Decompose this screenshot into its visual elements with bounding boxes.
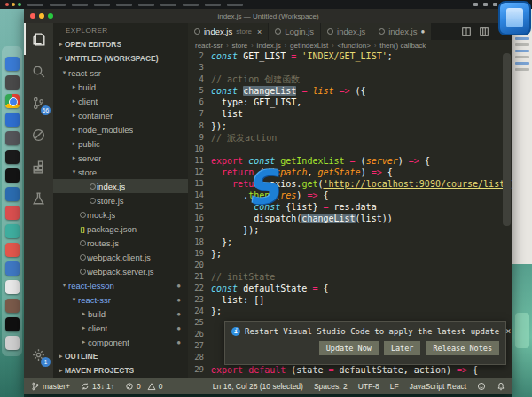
tree-item-server[interactable]: ▸server bbox=[53, 151, 188, 165]
test-beaker-icon[interactable] bbox=[24, 183, 53, 214]
titlebar[interactable]: index.js — Untitled (Workspace) bbox=[24, 9, 512, 23]
menubar-item[interactable] bbox=[27, 4, 43, 6]
breadcrumb-item[interactable]: react-ssr bbox=[195, 42, 223, 50]
menubar-item[interactable] bbox=[94, 4, 110, 6]
split-editor-icon[interactable] bbox=[461, 27, 472, 37]
dock-app-flame[interactable] bbox=[5, 243, 20, 257]
section-maven-projects[interactable]: ▸MAVEN PROJECTS bbox=[53, 363, 188, 378]
breadcrumb-item[interactable]: then() callback bbox=[379, 42, 426, 50]
tree-item-react-lesson[interactable]: ▾react-lesson● bbox=[53, 278, 188, 292]
menubar-item[interactable] bbox=[183, 4, 199, 6]
tree-item-index-js[interactable]: index.js bbox=[53, 179, 188, 193]
dock-app-misc[interactable] bbox=[5, 299, 20, 313]
problems-indicator[interactable]: 0 0 bbox=[125, 382, 162, 391]
breadcrumb-item[interactable]: <function> bbox=[338, 42, 371, 50]
tab-label: index.js bbox=[337, 27, 365, 36]
dock-app-cloud[interactable] bbox=[5, 224, 20, 238]
tab-login-js[interactable]: Login.js bbox=[269, 23, 321, 40]
tree-item-store[interactable]: ▾store bbox=[53, 165, 188, 179]
later-button[interactable]: Later bbox=[384, 341, 421, 355]
feedback-smiley-icon[interactable] bbox=[477, 382, 486, 391]
tree-item-node-modules[interactable]: ▸node_modules bbox=[53, 122, 188, 136]
menubar-item[interactable] bbox=[50, 4, 66, 6]
search-icon[interactable] bbox=[24, 55, 53, 87]
release-notes-button[interactable]: Release Notes bbox=[426, 341, 499, 355]
tree-item-component[interactable]: ▸component● bbox=[53, 335, 188, 349]
tree-item-webpack-server-js[interactable]: webpack.server.js bbox=[53, 264, 188, 278]
menubar-item[interactable] bbox=[205, 4, 221, 6]
settings-gear-icon[interactable]: 1 bbox=[24, 339, 53, 370]
tree-item-client[interactable]: ▸client● bbox=[53, 321, 188, 335]
dock-app-media[interactable] bbox=[5, 206, 20, 220]
tree-item-webpack-client-js[interactable]: webpack.client.js bbox=[53, 250, 188, 264]
dock-app-terminal[interactable] bbox=[5, 150, 20, 164]
dock-app-tool[interactable] bbox=[5, 261, 20, 276]
layout-icon[interactable] bbox=[479, 27, 489, 37]
explorer-icon[interactable] bbox=[24, 23, 53, 55]
dock-app-terminal-2[interactable] bbox=[5, 168, 20, 183]
dock-app-term-wide[interactable] bbox=[5, 317, 20, 331]
breadcrumb-item[interactable]: index.js bbox=[257, 42, 281, 50]
tab-index-js[interactable]: index.js bbox=[321, 23, 372, 40]
vscode-window: index.js — Untitled (Workspace) 66 bbox=[24, 9, 512, 394]
tree-item-build[interactable]: ▸build bbox=[53, 80, 188, 94]
notifications-bell-icon[interactable] bbox=[497, 382, 505, 391]
code-editor[interactable]: 2const GET_LIST = 'INDEX/GET_LIST';34// … bbox=[188, 51, 512, 378]
git-sync-indicator[interactable]: 13↓ 1↑ bbox=[81, 382, 114, 391]
tree-item-build[interactable]: ▸build● bbox=[53, 307, 188, 321]
menubar-item[interactable] bbox=[227, 4, 243, 6]
code-line: 16 dispatch(changeList(list)) bbox=[188, 213, 512, 224]
section-outline[interactable]: ▸OUTLINE bbox=[53, 349, 188, 363]
tree-item-react-ssr[interactable]: ▾react-ssr bbox=[53, 66, 188, 80]
floating-blue-app-icon[interactable] bbox=[498, 1, 531, 35]
menubar-status-dot-yellow bbox=[12, 3, 15, 6]
tree-item-react-ssr[interactable]: ▾react-ssr● bbox=[53, 292, 188, 307]
update-now-button[interactable]: Update Now bbox=[319, 341, 379, 355]
breadcrumb-item[interactable]: getIndexList bbox=[290, 42, 328, 50]
line-number: 29 bbox=[188, 364, 211, 376]
tree-item-public[interactable]: ▸public bbox=[53, 136, 188, 151]
dock-app-browser[interactable] bbox=[5, 187, 20, 201]
close-icon[interactable]: × bbox=[504, 326, 512, 336]
extensions-icon[interactable] bbox=[24, 151, 53, 183]
menubar-item[interactable] bbox=[160, 4, 176, 6]
dock-app-notes[interactable] bbox=[5, 280, 20, 294]
tree-item-routes-js[interactable]: routes.js bbox=[53, 236, 188, 250]
js-file-icon bbox=[78, 254, 87, 261]
tab-index-js[interactable]: index.js● bbox=[372, 23, 432, 40]
tree-item-package-json[interactable]: {}package.json bbox=[53, 222, 188, 236]
status-encoding[interactable]: UTF-8 bbox=[358, 382, 379, 391]
js-file-icon bbox=[78, 212, 87, 218]
tab-index-js[interactable]: index.jsstore× bbox=[188, 23, 269, 40]
tree-item-container[interactable]: ▸container bbox=[53, 108, 188, 122]
dock-app-gray-app[interactable] bbox=[5, 336, 20, 350]
source-control-icon[interactable]: 66 bbox=[24, 87, 53, 119]
editor-scrollbar[interactable] bbox=[503, 53, 511, 226]
git-branch-indicator[interactable]: master+ bbox=[31, 382, 70, 391]
code-token bbox=[211, 202, 254, 212]
section-untitled-workspace-[interactable]: ▾UNTITLED (WORKSPACE) bbox=[53, 51, 188, 66]
tree-item-client[interactable]: ▸client bbox=[53, 94, 188, 108]
section-open-editors[interactable]: ▸OPEN EDITORS bbox=[53, 37, 188, 51]
dock-app-chrome[interactable] bbox=[5, 94, 20, 108]
breadcrumb-item[interactable]: store bbox=[231, 42, 247, 50]
debug-icon[interactable] bbox=[24, 119, 53, 151]
dock-app-grid-app[interactable] bbox=[5, 131, 20, 145]
dock-app-photos[interactable] bbox=[5, 75, 20, 90]
breadcrumb[interactable]: react-ssr›store›index.js›getIndexList›<f… bbox=[188, 40, 512, 51]
code-token: type: GET_LIST, bbox=[211, 97, 301, 107]
tree-item-store-js[interactable]: store.js bbox=[53, 193, 188, 207]
status-cursor-position[interactable]: Ln 16, Col 28 (10 selected) bbox=[213, 382, 303, 391]
status-eol[interactable]: LF bbox=[390, 382, 399, 391]
status-language-mode[interactable]: JavaScript React bbox=[410, 382, 466, 391]
menubar-item[interactable] bbox=[116, 4, 132, 6]
tree-item-label: build bbox=[78, 82, 96, 92]
close-tab-icon[interactable]: × bbox=[257, 27, 262, 36]
menubar-item[interactable] bbox=[138, 4, 154, 6]
tree-item-mock-js[interactable]: mock.js bbox=[53, 207, 188, 222]
menubar-item[interactable] bbox=[72, 4, 88, 6]
dock-app-finder[interactable] bbox=[5, 57, 20, 71]
status-indentation[interactable]: Spaces: 2 bbox=[314, 382, 348, 391]
modified-dot-icon[interactable]: ● bbox=[420, 27, 425, 35]
dock-app-xmind[interactable] bbox=[5, 113, 20, 127]
